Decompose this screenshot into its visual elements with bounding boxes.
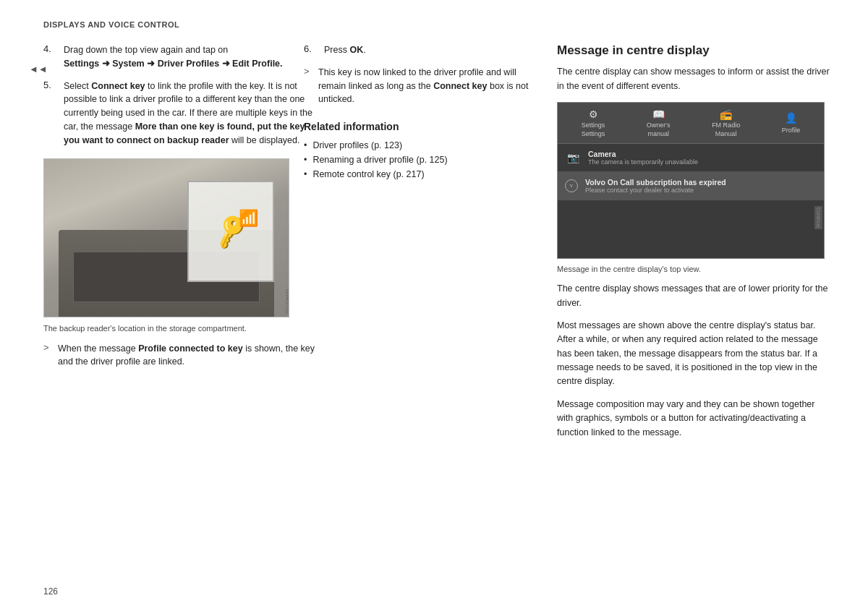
related-list: Driver profiles (p. 123) Renaming a driv…: [304, 138, 535, 181]
radio-line1: FM Radio: [712, 121, 740, 129]
right-body1: The centre display shows messages that a…: [557, 282, 832, 310]
camera-msg-sub: The camera is temporarily unavailable: [588, 158, 698, 166]
right-column: Message in centre display The centre dis…: [557, 43, 832, 448]
step-6-text2: .: [363, 45, 365, 55]
volvo-msg-text: Volvo On Call subscription has expired P…: [585, 178, 726, 194]
step-6-arrow: > This key is now linked to the driver p…: [304, 66, 535, 106]
camera-msg-text: Camera The camera is temporarily unavail…: [588, 150, 698, 166]
list-item-3-text: Remote control key (p. 217): [312, 167, 424, 181]
right-body3: Message composition may vary and they ca…: [557, 398, 832, 440]
step-4-path: Settings ➜ System ➜ Driver Profiles ➜ Ed…: [64, 59, 283, 69]
step-5-bold1: Connect key: [91, 81, 145, 91]
camera-message: 📷 Camera The camera is temporarily unava…: [558, 144, 824, 172]
wifi-icon: 📶: [239, 209, 258, 228]
right-body2: Most messages are shown above the centre…: [557, 319, 832, 389]
arrow-bold: Profile connected to key: [138, 343, 242, 354]
display-profile-icon: 👤 Profile: [782, 112, 801, 134]
right-heading: Message in centre display: [557, 43, 832, 58]
settings-icon: ⚙: [589, 108, 598, 120]
display-settings-icon: ⚙ Settings Settings: [582, 108, 605, 137]
arrow-content: When the message Profile connected to ke…: [58, 342, 318, 369]
step-6-arrow-sym: >: [304, 66, 314, 106]
page-number: 126: [43, 586, 58, 597]
list-item-1-text: Driver profiles (p. 123): [312, 138, 402, 153]
step-6-text1: Press: [324, 45, 349, 55]
related-title: Related information: [304, 121, 535, 132]
volvo-message: V Volvo On Call subscription has expired…: [558, 172, 824, 200]
step-5-num: 5.: [43, 80, 58, 148]
page-header: DISPLAYS AND VOICE CONTROL: [43, 20, 179, 29]
arrow-item: > When the message Profile connected to …: [43, 342, 318, 369]
step-6-content: Press OK.: [324, 43, 366, 57]
display-side-label: Continue: [814, 206, 822, 229]
left-column: 4. Drag down the top view again and tap …: [43, 43, 318, 375]
step-5-row: 5. Select Connect key to link the profil…: [43, 80, 318, 148]
owners-line2: manual: [647, 130, 669, 137]
volvo-msg-title: Volvo On Call subscription has expired: [585, 178, 726, 187]
list-item-1: Driver profiles (p. 123): [304, 138, 535, 153]
car-img-bg: 🔑 📶 G4R5702: [44, 159, 289, 317]
image-caption: The backup reader's location in the stor…: [43, 323, 318, 334]
profile-line2: Profile: [782, 127, 801, 134]
volvo-icon: V: [565, 179, 578, 192]
s6a-bold: Connect key: [433, 81, 487, 91]
step-5-text3: will be displayed.: [229, 135, 300, 145]
right-intro: The centre display can show messages to …: [557, 65, 832, 93]
step-6-num: 6.: [304, 43, 318, 57]
camera-icon: 📷: [565, 151, 581, 164]
related-section: Related information Driver profiles (p. …: [304, 121, 535, 181]
profile-icon: 👤: [785, 112, 797, 124]
owners-icon: 📖: [652, 108, 665, 120]
centre-display-mockup: ⚙ Settings Settings 📖 Owner's manual 📻 F…: [557, 102, 825, 259]
owners-line1: Owner's: [647, 121, 671, 129]
arrow-sym: >: [43, 342, 54, 369]
key-overlay: 🔑 📶: [187, 181, 274, 282]
arrow-text1: When the message: [58, 343, 138, 354]
settings-line2: Settings: [582, 130, 605, 137]
list-item-2-text: Renaming a driver profile (p. 125): [312, 153, 447, 167]
step-4-text1: Drag down the top view again and tap on: [64, 45, 228, 55]
settings-line1: Settings: [582, 121, 605, 129]
step-6-row: 6. Press OK.: [304, 43, 535, 57]
camera-msg-title: Camera: [588, 150, 698, 158]
display-caption: Message in the centre display's top view…: [557, 265, 832, 273]
step-6-bold: OK: [349, 45, 363, 55]
display-radio-icon: 📻 FM Radio Manual: [712, 108, 740, 137]
step-6-arrow-content: This key is now linked to the driver pro…: [318, 66, 535, 106]
step-4-num: 4.: [43, 43, 58, 71]
middle-column: 6. Press OK. > This key is now linked to…: [304, 43, 535, 181]
step-4-row: 4. Drag down the top view again and tap …: [43, 43, 318, 71]
radio-line2: Manual: [715, 130, 737, 137]
volvo-msg-sub: Please contact your dealer to activate: [585, 187, 726, 194]
radio-icon: 📻: [720, 108, 732, 120]
image-id: G4R5702: [284, 289, 289, 314]
list-item-2: Renaming a driver profile (p. 125): [304, 153, 535, 167]
step-5-text1: Select: [64, 81, 91, 91]
car-image: 🔑 📶 G4R5702: [43, 158, 289, 317]
list-item-3: Remote control key (p. 217): [304, 167, 535, 181]
step-5-content: Select Connect key to link the profile w…: [64, 80, 318, 148]
display-owners-icon: 📖 Owner's manual: [647, 108, 671, 137]
display-top-bar: ⚙ Settings Settings 📖 Owner's manual 📻 F…: [558, 103, 824, 144]
step-4-content: Drag down the top view again and tap on …: [64, 43, 283, 71]
display-empty: [558, 200, 824, 258]
